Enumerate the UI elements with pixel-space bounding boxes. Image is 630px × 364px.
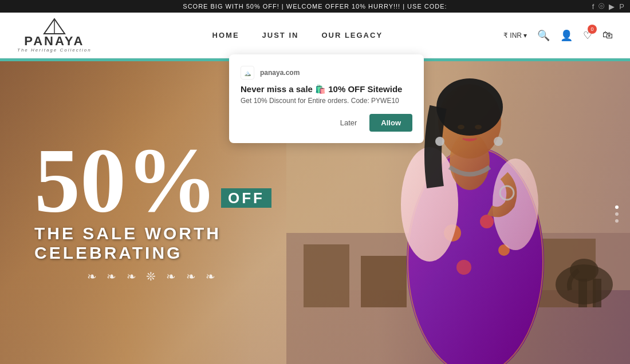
nav-home[interactable]: HOME — [212, 31, 239, 39]
carousel-dot-3[interactable] — [615, 219, 619, 223]
hero-content: 50% OFF THE SALE WORTH CELEBRATING ❧ ❧ ❧… — [34, 141, 271, 283]
hero-decoration: ❧ ❧ ❧ ❊ ❧ ❧ ❧ — [34, 270, 271, 283]
account-icon[interactable]: 👤 — [560, 29, 573, 42]
svg-point-19 — [493, 159, 538, 250]
header: PANAYA The Heritage Collection HOME JUST… — [0, 13, 630, 58]
hero-line2: CELEBRATING — [34, 243, 271, 263]
hero-off-badge: OFF — [221, 188, 271, 208]
svg-point-23 — [435, 137, 444, 146]
hero-line1: THE SALE WORTH — [34, 224, 271, 243]
facebook-icon[interactable]: f — [592, 2, 594, 11]
svg-rect-5 — [304, 244, 349, 307]
popup-actions: Later Allow — [241, 114, 412, 132]
notification-popup: 🏔️ panaya.com Never miss a sale 🛍️ 10% O… — [229, 54, 424, 143]
carousel-dots — [615, 205, 619, 223]
currency-selector[interactable]: ₹ INR ▾ — [503, 31, 527, 39]
cart-icon[interactable]: 🛍 — [603, 29, 613, 41]
svg-point-17 — [456, 260, 471, 275]
pinterest-icon[interactable]: P — [619, 2, 624, 11]
popup-favicon: 🏔️ — [241, 66, 254, 80]
carousel-dot-1[interactable] — [615, 205, 619, 209]
allow-button[interactable]: Allow — [369, 114, 412, 132]
svg-rect-6 — [361, 256, 407, 307]
main-nav: HOME JUST IN OUR LEGACY — [212, 31, 383, 39]
nav-just-in[interactable]: JUST IN — [262, 31, 299, 39]
svg-point-11 — [570, 259, 598, 282]
logo-name: PANAYA — [24, 35, 84, 48]
announcement-bar: SCORE BIG WITH 50% OFF! | WELCOME OFFER … — [0, 0, 630, 13]
svg-point-24 — [494, 137, 503, 146]
svg-point-22 — [436, 78, 503, 136]
popup-header: 🏔️ panaya.com — [241, 66, 412, 80]
currency-label: ₹ INR — [503, 31, 522, 39]
social-icons-bar: f ⦾ ▶ P — [592, 2, 624, 11]
wishlist-icon[interactable]: ♡ 0 — [583, 29, 592, 42]
wishlist-badge: 0 — [588, 25, 597, 34]
youtube-icon[interactable]: ▶ — [609, 2, 615, 11]
svg-point-26 — [475, 125, 482, 129]
svg-rect-10 — [593, 279, 601, 307]
svg-point-25 — [458, 125, 464, 129]
currency-chevron-icon: ▾ — [523, 31, 527, 39]
nav-our-legacy[interactable]: OUR LEGACY — [321, 31, 383, 39]
popup-favicon-emoji: 🏔️ — [244, 70, 251, 76]
logo-subtitle: The Heritage Collection — [17, 48, 92, 53]
hero-percent-row: 50% OFF — [34, 141, 271, 219]
popup-title: Never miss a sale 🛍️ 10% OFF Sitewide — [241, 84, 412, 94]
announcement-text: SCORE BIG WITH 50% OFF! | WELCOME OFFER … — [183, 3, 447, 10]
logo-icon — [43, 18, 66, 35]
popup-description: Get 10% Discount for Entire orders. Code… — [241, 97, 412, 105]
header-icons: ₹ INR ▾ 🔍 👤 ♡ 0 🛍 — [503, 29, 613, 42]
later-button[interactable]: Later — [333, 115, 364, 130]
svg-point-15 — [480, 215, 494, 228]
popup-site-name: panaya.com — [260, 69, 300, 77]
instagram-icon[interactable]: ⦾ — [598, 2, 604, 11]
logo[interactable]: PANAYA The Heritage Collection — [17, 18, 92, 53]
carousel-dot-2[interactable] — [615, 212, 619, 216]
search-icon[interactable]: 🔍 — [537, 29, 550, 42]
svg-rect-9 — [578, 279, 587, 307]
hero-percent: 50% — [34, 141, 218, 219]
